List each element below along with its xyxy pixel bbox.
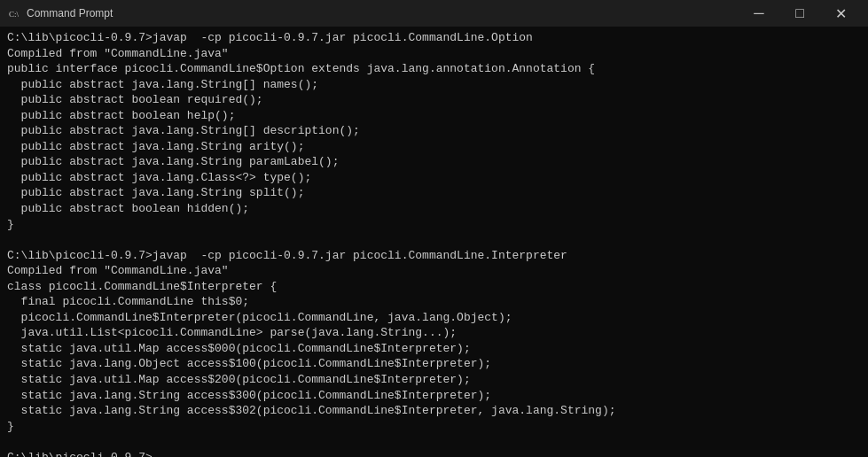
title-bar: C:\ Command Prompt ─ □ ✕ <box>0 0 868 27</box>
cmd-icon: C:\ <box>7 6 21 20</box>
window-title: Command Prompt <box>27 7 113 19</box>
console-output[interactable]: C:\lib\picocli-0.9.7>javap -cp picocli-0… <box>0 27 868 457</box>
maximize-button[interactable]: □ <box>779 0 820 27</box>
cmd-window: C:\ Command Prompt ─ □ ✕ C:\lib\picocli-… <box>0 0 868 457</box>
close-button[interactable]: ✕ <box>820 0 861 27</box>
window-controls: ─ □ ✕ <box>739 0 861 27</box>
svg-text:C:\: C:\ <box>9 10 20 19</box>
minimize-button[interactable]: ─ <box>739 0 779 27</box>
title-bar-left: C:\ Command Prompt <box>7 6 113 20</box>
